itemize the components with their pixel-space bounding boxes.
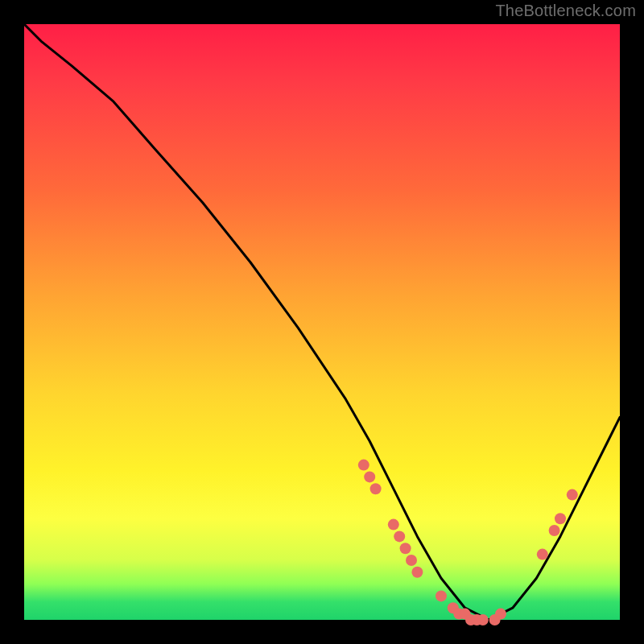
data-marker [555,513,566,524]
chart-svg [24,24,620,620]
data-marker [394,530,405,542]
data-marker [406,555,417,566]
watermark-text: TheBottleneck.com [495,2,636,20]
data-marker [567,489,578,501]
data-marker [364,471,375,482]
data-marker [411,567,423,578]
bottleneck-curve [24,24,620,620]
data-marker [495,609,506,620]
data-marker [370,483,382,494]
data-marker [549,525,560,536]
data-marker [358,460,369,471]
plot-area [24,24,620,620]
data-marker [400,543,411,554]
chart-frame: TheBottleneck.com [0,0,644,644]
data-marker [537,549,548,560]
data-marker [436,590,447,601]
data-marker [477,614,489,625]
data-marker [388,519,399,530]
